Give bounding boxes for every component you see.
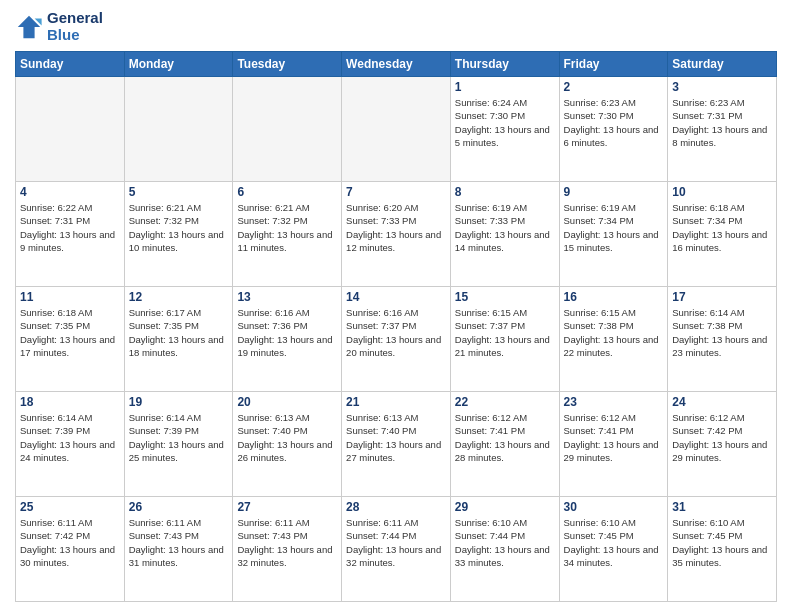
calendar-cell: 30Sunrise: 6:10 AMSunset: 7:45 PMDayligh…: [559, 497, 668, 602]
calendar-cell: 17Sunrise: 6:14 AMSunset: 7:38 PMDayligh…: [668, 287, 777, 392]
day-info: Sunrise: 6:19 AMSunset: 7:34 PMDaylight:…: [564, 201, 664, 254]
calendar-cell: 9Sunrise: 6:19 AMSunset: 7:34 PMDaylight…: [559, 182, 668, 287]
day-number: 9: [564, 185, 664, 199]
day-number: 21: [346, 395, 446, 409]
day-number: 7: [346, 185, 446, 199]
day-info: Sunrise: 6:11 AMSunset: 7:43 PMDaylight:…: [237, 516, 337, 569]
day-number: 15: [455, 290, 555, 304]
calendar-week-row: 25Sunrise: 6:11 AMSunset: 7:42 PMDayligh…: [16, 497, 777, 602]
calendar-cell: 16Sunrise: 6:15 AMSunset: 7:38 PMDayligh…: [559, 287, 668, 392]
day-header-friday: Friday: [559, 52, 668, 77]
calendar-cell: 14Sunrise: 6:16 AMSunset: 7:37 PMDayligh…: [342, 287, 451, 392]
day-header-wednesday: Wednesday: [342, 52, 451, 77]
day-info: Sunrise: 6:14 AMSunset: 7:38 PMDaylight:…: [672, 306, 772, 359]
calendar-cell: 6Sunrise: 6:21 AMSunset: 7:32 PMDaylight…: [233, 182, 342, 287]
calendar-cell: [16, 77, 125, 182]
day-number: 13: [237, 290, 337, 304]
day-info: Sunrise: 6:13 AMSunset: 7:40 PMDaylight:…: [237, 411, 337, 464]
header: General Blue: [15, 10, 777, 43]
day-number: 23: [564, 395, 664, 409]
day-header-tuesday: Tuesday: [233, 52, 342, 77]
day-info: Sunrise: 6:11 AMSunset: 7:42 PMDaylight:…: [20, 516, 120, 569]
logo-icon: [15, 13, 43, 41]
calendar-week-row: 18Sunrise: 6:14 AMSunset: 7:39 PMDayligh…: [16, 392, 777, 497]
day-number: 31: [672, 500, 772, 514]
day-number: 6: [237, 185, 337, 199]
day-number: 5: [129, 185, 229, 199]
day-number: 10: [672, 185, 772, 199]
day-number: 25: [20, 500, 120, 514]
calendar-cell: 15Sunrise: 6:15 AMSunset: 7:37 PMDayligh…: [450, 287, 559, 392]
day-header-thursday: Thursday: [450, 52, 559, 77]
calendar-cell: 26Sunrise: 6:11 AMSunset: 7:43 PMDayligh…: [124, 497, 233, 602]
day-info: Sunrise: 6:23 AMSunset: 7:30 PMDaylight:…: [564, 96, 664, 149]
day-info: Sunrise: 6:21 AMSunset: 7:32 PMDaylight:…: [129, 201, 229, 254]
calendar-cell: 10Sunrise: 6:18 AMSunset: 7:34 PMDayligh…: [668, 182, 777, 287]
day-info: Sunrise: 6:15 AMSunset: 7:38 PMDaylight:…: [564, 306, 664, 359]
day-info: Sunrise: 6:19 AMSunset: 7:33 PMDaylight:…: [455, 201, 555, 254]
day-info: Sunrise: 6:10 AMSunset: 7:45 PMDaylight:…: [564, 516, 664, 569]
calendar-cell: 13Sunrise: 6:16 AMSunset: 7:36 PMDayligh…: [233, 287, 342, 392]
day-number: 12: [129, 290, 229, 304]
calendar-cell: 29Sunrise: 6:10 AMSunset: 7:44 PMDayligh…: [450, 497, 559, 602]
day-info: Sunrise: 6:12 AMSunset: 7:41 PMDaylight:…: [455, 411, 555, 464]
day-number: 14: [346, 290, 446, 304]
day-info: Sunrise: 6:24 AMSunset: 7:30 PMDaylight:…: [455, 96, 555, 149]
calendar-week-row: 11Sunrise: 6:18 AMSunset: 7:35 PMDayligh…: [16, 287, 777, 392]
day-info: Sunrise: 6:23 AMSunset: 7:31 PMDaylight:…: [672, 96, 772, 149]
day-header-saturday: Saturday: [668, 52, 777, 77]
calendar-cell: 4Sunrise: 6:22 AMSunset: 7:31 PMDaylight…: [16, 182, 125, 287]
logo: General Blue: [15, 10, 103, 43]
calendar-table: SundayMondayTuesdayWednesdayThursdayFrid…: [15, 51, 777, 602]
day-number: 19: [129, 395, 229, 409]
calendar-cell: 21Sunrise: 6:13 AMSunset: 7:40 PMDayligh…: [342, 392, 451, 497]
day-number: 20: [237, 395, 337, 409]
calendar-cell: 19Sunrise: 6:14 AMSunset: 7:39 PMDayligh…: [124, 392, 233, 497]
day-number: 30: [564, 500, 664, 514]
day-number: 24: [672, 395, 772, 409]
calendar-cell: 5Sunrise: 6:21 AMSunset: 7:32 PMDaylight…: [124, 182, 233, 287]
calendar-cell: 2Sunrise: 6:23 AMSunset: 7:30 PMDaylight…: [559, 77, 668, 182]
day-number: 16: [564, 290, 664, 304]
day-info: Sunrise: 6:16 AMSunset: 7:36 PMDaylight:…: [237, 306, 337, 359]
day-number: 17: [672, 290, 772, 304]
calendar-cell: 3Sunrise: 6:23 AMSunset: 7:31 PMDaylight…: [668, 77, 777, 182]
day-info: Sunrise: 6:17 AMSunset: 7:35 PMDaylight:…: [129, 306, 229, 359]
day-number: 3: [672, 80, 772, 94]
calendar-cell: [342, 77, 451, 182]
calendar-cell: 23Sunrise: 6:12 AMSunset: 7:41 PMDayligh…: [559, 392, 668, 497]
day-number: 8: [455, 185, 555, 199]
calendar-cell: 24Sunrise: 6:12 AMSunset: 7:42 PMDayligh…: [668, 392, 777, 497]
day-info: Sunrise: 6:21 AMSunset: 7:32 PMDaylight:…: [237, 201, 337, 254]
day-number: 18: [20, 395, 120, 409]
day-number: 29: [455, 500, 555, 514]
day-info: Sunrise: 6:22 AMSunset: 7:31 PMDaylight:…: [20, 201, 120, 254]
calendar-cell: 8Sunrise: 6:19 AMSunset: 7:33 PMDaylight…: [450, 182, 559, 287]
calendar-cell: 22Sunrise: 6:12 AMSunset: 7:41 PMDayligh…: [450, 392, 559, 497]
calendar-cell: 18Sunrise: 6:14 AMSunset: 7:39 PMDayligh…: [16, 392, 125, 497]
day-info: Sunrise: 6:11 AMSunset: 7:44 PMDaylight:…: [346, 516, 446, 569]
day-info: Sunrise: 6:18 AMSunset: 7:34 PMDaylight:…: [672, 201, 772, 254]
calendar-week-row: 4Sunrise: 6:22 AMSunset: 7:31 PMDaylight…: [16, 182, 777, 287]
day-info: Sunrise: 6:11 AMSunset: 7:43 PMDaylight:…: [129, 516, 229, 569]
calendar-cell: 20Sunrise: 6:13 AMSunset: 7:40 PMDayligh…: [233, 392, 342, 497]
calendar-cell: 12Sunrise: 6:17 AMSunset: 7:35 PMDayligh…: [124, 287, 233, 392]
day-number: 26: [129, 500, 229, 514]
day-info: Sunrise: 6:10 AMSunset: 7:45 PMDaylight:…: [672, 516, 772, 569]
day-number: 2: [564, 80, 664, 94]
day-header-monday: Monday: [124, 52, 233, 77]
calendar-cell: 27Sunrise: 6:11 AMSunset: 7:43 PMDayligh…: [233, 497, 342, 602]
day-number: 22: [455, 395, 555, 409]
calendar-cell: 28Sunrise: 6:11 AMSunset: 7:44 PMDayligh…: [342, 497, 451, 602]
calendar-cell: [233, 77, 342, 182]
day-number: 4: [20, 185, 120, 199]
day-info: Sunrise: 6:12 AMSunset: 7:42 PMDaylight:…: [672, 411, 772, 464]
page: General Blue SundayMondayTuesdayWednesda…: [0, 0, 792, 612]
day-info: Sunrise: 6:10 AMSunset: 7:44 PMDaylight:…: [455, 516, 555, 569]
day-number: 11: [20, 290, 120, 304]
day-info: Sunrise: 6:20 AMSunset: 7:33 PMDaylight:…: [346, 201, 446, 254]
day-info: Sunrise: 6:14 AMSunset: 7:39 PMDaylight:…: [129, 411, 229, 464]
day-info: Sunrise: 6:12 AMSunset: 7:41 PMDaylight:…: [564, 411, 664, 464]
calendar-cell: 11Sunrise: 6:18 AMSunset: 7:35 PMDayligh…: [16, 287, 125, 392]
day-info: Sunrise: 6:15 AMSunset: 7:37 PMDaylight:…: [455, 306, 555, 359]
